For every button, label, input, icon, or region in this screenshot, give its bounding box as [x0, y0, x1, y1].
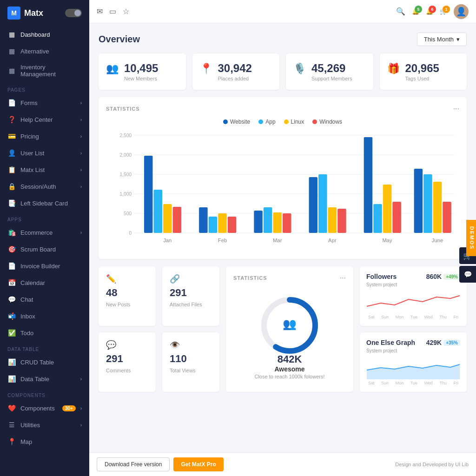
demos-tab[interactable]: DEMOS: [466, 220, 476, 256]
components-arrow-icon: ›: [80, 406, 82, 411]
svg-rect-30: [337, 209, 346, 233]
svg-rect-23: [264, 207, 272, 233]
mini-card-total-views: 👁️ 110 Total Views: [162, 332, 219, 392]
sidebar-item-todo[interactable]: ✅ Todo: [0, 324, 89, 341]
svg-text:Jan: Jan: [163, 238, 172, 243]
sidebar-item-user-list[interactable]: 👤 User List ›: [0, 145, 89, 161]
sidebar-label-data-table: Data Table: [20, 376, 76, 383]
cart-button[interactable]: 🛒 1: [440, 8, 447, 15]
stat-card-tags-used: 🎁 20,965 Tags Used: [380, 53, 467, 90]
sidebar-item-map[interactable]: 📍 Map: [0, 433, 89, 450]
get-matx-pro-button[interactable]: Get MatX Pro: [173, 457, 223, 471]
matx-list-icon: 📋: [7, 165, 16, 174]
svg-rect-25: [283, 213, 291, 233]
notification-bell-2[interactable]: 🔔 6: [426, 8, 433, 15]
todo-icon: ✅: [7, 329, 16, 337]
svg-rect-39: [433, 182, 442, 233]
donut-chart-title: STATISTICS: [233, 275, 267, 281]
followers-title: Followers: [366, 273, 397, 280]
svg-rect-29: [328, 207, 337, 233]
mail-icon[interactable]: ✉: [97, 7, 103, 16]
sidebar-item-data-table[interactable]: 📊 Data Table ›: [0, 370, 89, 387]
matx-list-arrow-icon: ›: [80, 167, 82, 172]
app-name: Matx: [24, 8, 43, 18]
sidebar-item-utilities[interactable]: ☰ Utilities ›: [0, 416, 89, 433]
sidebar-item-crud-table[interactable]: 📊 CRUD Table: [0, 354, 89, 370]
comments-icon: 💬: [106, 340, 148, 350]
sidebar-item-matx-list[interactable]: 📋 Matx List ›: [0, 161, 89, 178]
help-center-arrow-icon: ›: [80, 117, 82, 122]
donut-chart-menu-icon[interactable]: ···: [340, 274, 346, 282]
sidebar-item-help-center[interactable]: ❓ Help Center ›: [0, 111, 89, 128]
topbar-left-icons: ✉ ▭ ☆: [97, 7, 390, 16]
help-center-icon: ❓: [7, 115, 16, 124]
svg-rect-14: [163, 204, 172, 233]
svg-rect-19: [218, 213, 227, 233]
sidebar-item-components[interactable]: ❤️ Components 30+ ›: [0, 400, 89, 416]
download-free-button[interactable]: Download Free version: [97, 457, 170, 471]
total-views-number: 110: [170, 353, 212, 365]
sidebar-label-invoice-builder: Invoice Builder: [20, 263, 82, 270]
followers-x-labels: Sat Sun Mon Tue Wed Thu Fri: [366, 315, 460, 319]
svg-rect-34: [383, 185, 392, 233]
sidebar-label-scrum-board: Scrum Board: [20, 246, 82, 253]
bar-chart-svg: 2,500 2,000 1,500 1,000 500 0 Jan: [111, 131, 455, 251]
sidebar-item-inbox[interactable]: 📬 Inbox: [0, 308, 89, 324]
sidebar-item-calendar[interactable]: 📅 Calendar: [0, 274, 89, 291]
donut-chart-header: STATISTICS ···: [233, 274, 346, 282]
sidebar-item-invoice-builder[interactable]: 📄 Invoice Builder: [0, 258, 89, 274]
sidebar-label-todo: Todo: [20, 330, 82, 337]
svg-rect-22: [254, 211, 263, 233]
sidebar-label-crud-table: CRUD Table: [20, 359, 82, 366]
svg-rect-20: [228, 217, 237, 233]
right-col: Followers 860K +49% System project Sat S…: [360, 266, 467, 392]
sidebar-item-left-sidebar[interactable]: 📑 Left Sidebar Card: [0, 195, 89, 212]
sidebar-item-forms[interactable]: 📄 Forms ›: [0, 94, 89, 111]
page-title: Overview: [99, 34, 140, 45]
notification-bell-1[interactable]: 🔔 5: [412, 8, 419, 15]
one-else-sparkline: [366, 356, 460, 379]
svg-text:1,000: 1,000: [120, 192, 132, 197]
one-else-x-labels: Sat Sun Mon Tue Wed Thu Fri: [366, 381, 460, 385]
cart-badge: 1: [443, 6, 450, 13]
sidebar-item-alternative[interactable]: ▦ Alternative: [0, 43, 89, 60]
new-posts-label: New Posts: [106, 302, 148, 307]
star-icon[interactable]: ☆: [123, 7, 129, 16]
utilities-icon: ☰: [7, 421, 16, 429]
sidebar-item-ecommerce[interactable]: 🛍️ Ecommerce ›: [0, 224, 89, 241]
followers-sparkline: [366, 290, 460, 313]
month-filter-button[interactable]: This Month ▾: [417, 33, 467, 46]
sidebar-logo: M Matx: [0, 0, 89, 26]
new-posts-number: 48: [106, 287, 148, 299]
sidebar-item-session-auth[interactable]: 🔒 Session/Auth ›: [0, 178, 89, 195]
sidebar-item-pricing[interactable]: 💳 Pricing ›: [0, 128, 89, 145]
sidebar-item-dashboard[interactable]: ▦ Dashboard: [0, 26, 89, 43]
donut-stat-card: STATISTICS ··· 👥 842K Awesome: [226, 266, 353, 392]
dashboard-icon: ▦: [7, 30, 16, 39]
bar-chart: 2,500 2,000 1,500 1,000 500 0 Jan: [106, 131, 459, 251]
sidebar-label-inbox: Inbox: [20, 313, 82, 320]
theme-toggle[interactable]: [65, 9, 82, 17]
sidebar-item-inventory[interactable]: ▦ Inventory Management: [0, 60, 89, 82]
sidebar-label-calendar: Calendar: [20, 279, 82, 286]
sidebar-item-scrum-board[interactable]: 🎯 Scrum Board: [0, 241, 89, 258]
sidebar-label-utilities: Utilities: [20, 422, 76, 429]
chart-header: STATISTICS ···: [106, 105, 459, 113]
sidebar-item-chat[interactable]: 💬 Chat: [0, 291, 89, 308]
support-members-number: 45,269: [311, 62, 352, 75]
donut-sublabel: Close to reach 1000k folowers!: [254, 374, 324, 379]
legend-dot-linux: [284, 119, 289, 124]
legend-windows: Windows: [312, 119, 342, 125]
followers-badge: +49%: [443, 274, 460, 280]
sidebar-label-alternative: Alternative: [20, 48, 82, 55]
svg-text:Apr: Apr: [328, 238, 337, 243]
user-avatar[interactable]: 👤: [454, 4, 469, 19]
map-icon: 📍: [7, 437, 16, 446]
chart-menu-icon[interactable]: ···: [453, 105, 459, 113]
search-icon[interactable]: 🔍: [396, 7, 405, 16]
left-sidebar-icon: 📑: [7, 199, 16, 207]
floating-chat-button[interactable]: 💬: [459, 266, 476, 283]
svg-text:👥: 👥: [283, 317, 297, 331]
window-icon[interactable]: ▭: [109, 7, 116, 16]
svg-rect-12: [144, 156, 153, 233]
